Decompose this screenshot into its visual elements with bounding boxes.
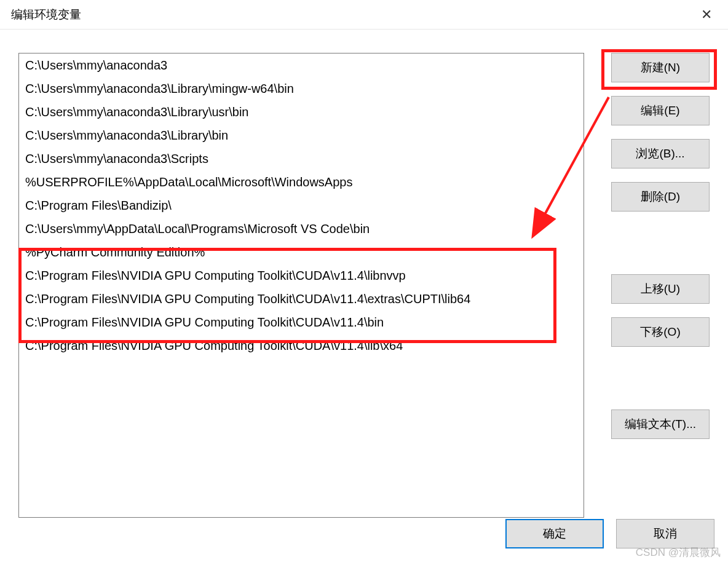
edit-button[interactable]: 编辑(E) [611, 96, 710, 125]
browse-button[interactable]: 浏览(B)... [611, 139, 710, 168]
button-column: 新建(N) 编辑(E) 浏览(B)... 删除(D) 上移(U) 下移(O) 编… [611, 53, 710, 453]
list-item[interactable]: C:\Users\mmy\anaconda3\Library\usr\bin [19, 100, 584, 124]
list-item[interactable]: C:\Program Files\NVIDIA GPU Computing To… [19, 287, 584, 311]
list-item[interactable]: C:\Users\mmy\anaconda3\Library\bin [19, 124, 584, 147]
new-button[interactable]: 新建(N) [611, 53, 710, 82]
move-down-button[interactable]: 下移(O) [611, 317, 710, 347]
path-listbox[interactable]: C:\Users\mmy\anaconda3 C:\Users\mmy\anac… [18, 53, 584, 518]
dialog-bottom-buttons: 确定 取消 [505, 519, 714, 548]
ok-button[interactable]: 确定 [505, 519, 604, 548]
list-item[interactable]: C:\Program Files\NVIDIA GPU Computing To… [19, 311, 584, 334]
list-item[interactable]: C:\Users\mmy\anaconda3\Library\mingw-w64… [19, 77, 584, 100]
delete-button[interactable]: 删除(D) [611, 182, 710, 212]
list-item[interactable]: C:\Program Files\NVIDIA GPU Computing To… [19, 334, 584, 357]
dialog-body: C:\Users\mmy\anaconda3 C:\Users\mmy\anac… [0, 30, 728, 562]
close-icon[interactable]: ✕ [696, 6, 717, 24]
list-item[interactable]: C:\Users\mmy\AppData\Local\Programs\Micr… [19, 217, 584, 240]
list-item[interactable]: %PyCharm Community Edition% [19, 240, 584, 264]
titlebar: 编辑环境变量 ✕ [0, 0, 728, 30]
edit-text-button[interactable]: 编辑文本(T)... [611, 410, 710, 439]
dialog-title: 编辑环境变量 [11, 7, 81, 23]
move-up-button[interactable]: 上移(U) [611, 274, 710, 304]
list-item[interactable]: C:\Users\mmy\anaconda3 [19, 53, 584, 77]
list-item[interactable]: C:\Users\mmy\anaconda3\Scripts [19, 147, 584, 170]
cancel-button[interactable]: 取消 [616, 519, 714, 548]
list-item[interactable]: C:\Program Files\NVIDIA GPU Computing To… [19, 264, 584, 287]
list-item[interactable]: C:\Program Files\Bandizip\ [19, 194, 584, 217]
list-item[interactable]: %USERPROFILE%\AppData\Local\Microsoft\Wi… [19, 170, 584, 194]
